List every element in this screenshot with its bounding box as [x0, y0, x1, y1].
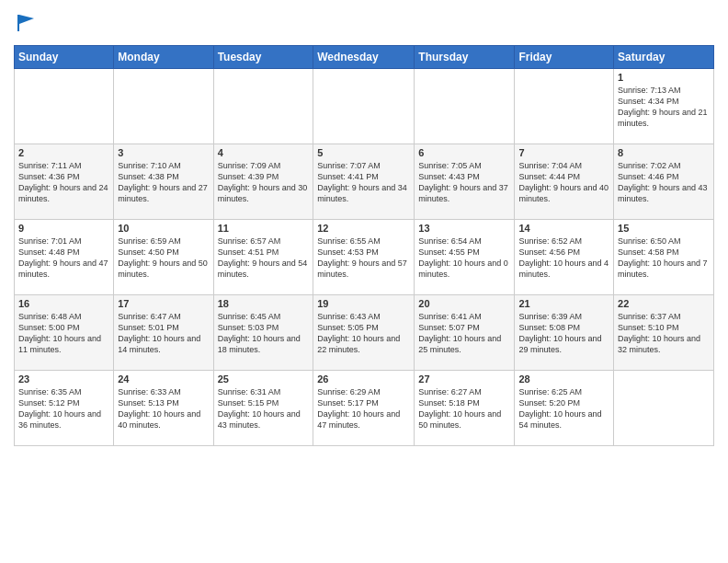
calendar-header-friday: Friday [515, 45, 614, 68]
calendar-cell: 24Sunrise: 6:33 AM Sunset: 5:13 PM Dayli… [114, 370, 213, 445]
day-number: 2 [18, 147, 109, 158]
day-number: 20 [418, 298, 510, 309]
calendar-cell: 15Sunrise: 6:50 AM Sunset: 4:58 PM Dayli… [614, 219, 714, 294]
day-info: Sunrise: 6:55 AM Sunset: 4:53 PM Dayligh… [317, 236, 410, 281]
day-info: Sunrise: 7:09 AM Sunset: 4:39 PM Dayligh… [218, 160, 310, 205]
svg-marker-0 [17, 15, 34, 31]
calendar-cell: 4Sunrise: 7:09 AM Sunset: 4:39 PM Daylig… [213, 144, 313, 219]
calendar-cell: 7Sunrise: 7:04 AM Sunset: 4:44 PM Daylig… [515, 144, 614, 219]
calendar-cell: 14Sunrise: 6:52 AM Sunset: 4:56 PM Dayli… [515, 219, 614, 294]
calendar-cell: 20Sunrise: 6:41 AM Sunset: 5:07 PM Dayli… [415, 294, 515, 370]
day-number: 18 [218, 298, 310, 309]
calendar-header-sunday: Sunday [15, 45, 114, 68]
day-info: Sunrise: 6:25 AM Sunset: 5:20 PM Dayligh… [518, 386, 609, 431]
day-info: Sunrise: 6:45 AM Sunset: 5:03 PM Dayligh… [218, 311, 310, 356]
day-info: Sunrise: 6:33 AM Sunset: 5:13 PM Dayligh… [118, 386, 209, 431]
day-info: Sunrise: 6:47 AM Sunset: 5:01 PM Dayligh… [118, 311, 209, 356]
day-info: Sunrise: 6:43 AM Sunset: 5:05 PM Dayligh… [317, 311, 410, 356]
calendar-cell: 8Sunrise: 7:02 AM Sunset: 4:46 PM Daylig… [614, 144, 714, 219]
calendar-cell: 6Sunrise: 7:05 AM Sunset: 4:43 PM Daylig… [415, 144, 515, 219]
day-number: 3 [118, 147, 209, 158]
calendar-week-1: 2Sunrise: 7:11 AM Sunset: 4:36 PM Daylig… [15, 144, 714, 219]
day-info: Sunrise: 7:02 AM Sunset: 4:46 PM Dayligh… [618, 160, 710, 205]
day-number: 23 [18, 373, 109, 385]
day-number: 5 [317, 147, 410, 158]
calendar-cell: 13Sunrise: 6:54 AM Sunset: 4:55 PM Dayli… [415, 219, 515, 294]
day-number: 6 [418, 147, 510, 158]
calendar-week-4: 23Sunrise: 6:35 AM Sunset: 5:12 PM Dayli… [15, 370, 714, 445]
day-number: 15 [618, 223, 710, 234]
day-info: Sunrise: 6:27 AM Sunset: 5:18 PM Dayligh… [418, 386, 510, 431]
calendar-header-tuesday: Tuesday [213, 45, 313, 68]
calendar-cell: 5Sunrise: 7:07 AM Sunset: 4:41 PM Daylig… [313, 144, 415, 219]
calendar-header-saturday: Saturday [614, 45, 714, 68]
day-number: 26 [317, 373, 410, 385]
day-number: 27 [418, 373, 510, 385]
calendar-cell [114, 68, 213, 144]
calendar-week-3: 16Sunrise: 6:48 AM Sunset: 5:00 PM Dayli… [15, 294, 714, 370]
day-number: 9 [18, 223, 109, 234]
day-number: 13 [418, 223, 510, 234]
calendar-cell: 12Sunrise: 6:55 AM Sunset: 4:53 PM Dayli… [313, 219, 415, 294]
calendar-cell: 27Sunrise: 6:27 AM Sunset: 5:18 PM Dayli… [415, 370, 515, 445]
calendar-cell: 9Sunrise: 7:01 AM Sunset: 4:48 PM Daylig… [15, 219, 114, 294]
day-number: 10 [118, 223, 209, 234]
day-number: 16 [18, 298, 109, 309]
day-number: 1 [618, 72, 710, 83]
day-info: Sunrise: 6:41 AM Sunset: 5:07 PM Dayligh… [418, 311, 510, 356]
day-number: 4 [218, 147, 310, 158]
logo [14, 13, 38, 40]
day-info: Sunrise: 7:01 AM Sunset: 4:48 PM Dayligh… [18, 236, 109, 281]
page: SundayMondayTuesdayWednesdayThursdayFrid… [0, 0, 728, 455]
calendar-header-row: SundayMondayTuesdayWednesdayThursdayFrid… [15, 45, 714, 68]
calendar-cell [415, 68, 515, 144]
calendar-cell [515, 68, 614, 144]
calendar-cell: 21Sunrise: 6:39 AM Sunset: 5:08 PM Dayli… [515, 294, 614, 370]
day-info: Sunrise: 6:50 AM Sunset: 4:58 PM Dayligh… [618, 236, 710, 281]
day-info: Sunrise: 6:35 AM Sunset: 5:12 PM Dayligh… [18, 386, 109, 431]
calendar-cell: 23Sunrise: 6:35 AM Sunset: 5:12 PM Dayli… [15, 370, 114, 445]
day-number: 25 [218, 373, 310, 385]
calendar-header-wednesday: Wednesday [313, 45, 415, 68]
day-info: Sunrise: 7:10 AM Sunset: 4:38 PM Dayligh… [118, 160, 209, 205]
day-info: Sunrise: 6:39 AM Sunset: 5:08 PM Dayligh… [518, 311, 609, 356]
calendar-cell [15, 68, 114, 144]
calendar-cell [213, 68, 313, 144]
calendar-cell: 19Sunrise: 6:43 AM Sunset: 5:05 PM Dayli… [313, 294, 415, 370]
calendar-cell: 11Sunrise: 6:57 AM Sunset: 4:51 PM Dayli… [213, 219, 313, 294]
calendar-cell: 25Sunrise: 6:31 AM Sunset: 5:15 PM Dayli… [213, 370, 313, 445]
day-info: Sunrise: 7:13 AM Sunset: 4:34 PM Dayligh… [618, 85, 710, 130]
header [14, 9, 714, 40]
calendar-cell: 17Sunrise: 6:47 AM Sunset: 5:01 PM Dayli… [114, 294, 213, 370]
calendar-cell: 1Sunrise: 7:13 AM Sunset: 4:34 PM Daylig… [614, 68, 714, 144]
day-number: 19 [317, 298, 410, 309]
calendar-cell: 16Sunrise: 6:48 AM Sunset: 5:00 PM Dayli… [15, 294, 114, 370]
calendar-cell: 10Sunrise: 6:59 AM Sunset: 4:50 PM Dayli… [114, 219, 213, 294]
calendar-cell: 2Sunrise: 7:11 AM Sunset: 4:36 PM Daylig… [15, 144, 114, 219]
logo-flag-icon [16, 13, 38, 35]
calendar-header-monday: Monday [114, 45, 213, 68]
day-info: Sunrise: 6:31 AM Sunset: 5:15 PM Dayligh… [218, 386, 310, 431]
calendar-cell [614, 370, 714, 445]
day-number: 28 [518, 373, 609, 385]
calendar-cell: 26Sunrise: 6:29 AM Sunset: 5:17 PM Dayli… [313, 370, 415, 445]
calendar-week-2: 9Sunrise: 7:01 AM Sunset: 4:48 PM Daylig… [15, 219, 714, 294]
calendar-cell: 3Sunrise: 7:10 AM Sunset: 4:38 PM Daylig… [114, 144, 213, 219]
calendar-header-thursday: Thursday [415, 45, 515, 68]
day-number: 8 [618, 147, 710, 158]
day-info: Sunrise: 6:48 AM Sunset: 5:00 PM Dayligh… [18, 311, 109, 356]
day-info: Sunrise: 7:05 AM Sunset: 4:43 PM Dayligh… [418, 160, 510, 205]
day-number: 22 [618, 298, 710, 309]
day-number: 21 [518, 298, 609, 309]
day-info: Sunrise: 7:11 AM Sunset: 4:36 PM Dayligh… [18, 160, 109, 205]
day-number: 24 [118, 373, 209, 385]
day-info: Sunrise: 6:52 AM Sunset: 4:56 PM Dayligh… [518, 236, 609, 281]
day-info: Sunrise: 6:29 AM Sunset: 5:17 PM Dayligh… [317, 386, 410, 431]
day-number: 7 [518, 147, 609, 158]
calendar-cell: 22Sunrise: 6:37 AM Sunset: 5:10 PM Dayli… [614, 294, 714, 370]
day-info: Sunrise: 6:59 AM Sunset: 4:50 PM Dayligh… [118, 236, 209, 281]
day-info: Sunrise: 6:37 AM Sunset: 5:10 PM Dayligh… [618, 311, 710, 356]
calendar-cell: 28Sunrise: 6:25 AM Sunset: 5:20 PM Dayli… [515, 370, 614, 445]
day-info: Sunrise: 7:04 AM Sunset: 4:44 PM Dayligh… [518, 160, 609, 205]
day-number: 14 [518, 223, 609, 234]
